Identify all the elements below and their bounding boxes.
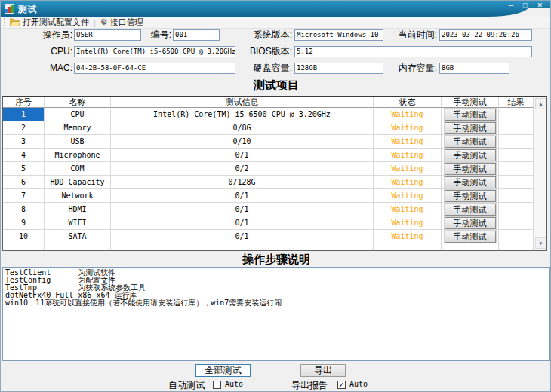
steps-text: TestClient 为测试软件 TestConfig 为配置文件 TestTm… <box>3 268 549 308</box>
table-row[interactable]: 3 USB 0/10 Waiting 手动测试 <box>3 135 534 149</box>
table-row[interactable]: 10 SATA 0/1 Waiting 手动测试 <box>3 230 534 243</box>
manual-test-button[interactable]: 手动测试 <box>445 231 496 243</box>
manual-test-button[interactable]: 手动测试 <box>445 163 496 175</box>
disk-label: 硬盘容量: <box>244 63 292 74</box>
time-field[interactable]: 2023-03-22 09:20:26 <box>439 29 532 41</box>
operator-field[interactable]: USER <box>74 29 141 41</box>
steps-textbox[interactable]: TestClient 为测试软件 TestConfig 为配置文件 TestTm… <box>2 267 550 361</box>
cell-no: 4 <box>3 149 45 162</box>
cell-name: USB <box>45 135 111 149</box>
open-folder-icon <box>10 18 20 26</box>
cell-name: Microphone <box>45 149 111 162</box>
cell-no: 2 <box>3 121 45 135</box>
cell-info: 0/1 <box>111 189 374 203</box>
cpu-field[interactable]: Intel(R) Core(TM) i5-6500 CPU @ 3.20GHz <box>74 46 235 57</box>
cell-status: Waiting <box>374 189 442 203</box>
cell-result <box>499 189 534 203</box>
test-all-button[interactable]: 全部测试 <box>195 364 251 377</box>
cell-no: 1 <box>3 108 45 121</box>
cell-status: Waiting <box>374 176 442 189</box>
toolbar-separator: | <box>94 18 96 27</box>
disk-field[interactable]: 128GB <box>294 63 383 74</box>
cell-no: 9 <box>3 216 45 230</box>
test-table-body: 1 CPU Intel(R) Core(TM) i5-6500 CPU @ 3.… <box>3 108 534 243</box>
cell-no: 6 <box>3 176 45 189</box>
close-button[interactable]: ✕ <box>537 2 543 9</box>
cell-result <box>499 203 534 216</box>
open-config-button[interactable]: 打开测试配置文件 <box>8 17 91 28</box>
cell-result <box>499 230 534 243</box>
cell-result <box>499 149 534 162</box>
cell-no: 3 <box>3 135 45 149</box>
table-row[interactable]: 1 CPU Intel(R) Core(TM) i5-6500 CPU @ 3.… <box>3 108 534 121</box>
export-report-label: 导出报告 <box>291 379 328 392</box>
manual-test-button[interactable]: 手动测试 <box>445 122 496 134</box>
cell-status: Waiting <box>374 135 442 149</box>
manual-test-button[interactable]: 手动测试 <box>445 176 496 188</box>
table-row[interactable]: 5 COM 0/2 Waiting 手动测试 <box>3 162 534 176</box>
open-config-label: 打开测试配置文件 <box>23 17 89 28</box>
minimize-button[interactable]: ─ <box>509 2 513 9</box>
manual-test-button[interactable]: 手动测试 <box>445 149 496 161</box>
number-field[interactable]: 001 <box>173 29 220 41</box>
cell-no: 8 <box>3 203 45 216</box>
os-label: 系统版本: <box>244 29 292 41</box>
table-row[interactable]: 9 WIFI 0/1 Waiting 手动测试 <box>3 216 534 230</box>
cpu-label: CPU: <box>16 46 72 57</box>
mac-field[interactable]: 04-2B-58-0F-64-CE <box>74 63 235 74</box>
cell-status: Waiting <box>374 149 442 162</box>
number-label: 编号: <box>141 29 171 41</box>
export-report-value: Auto <box>349 380 368 388</box>
column-header-name: 名称 <box>45 97 111 108</box>
cell-info: 0/1 <box>111 149 374 162</box>
cell-status: Waiting <box>374 162 442 176</box>
cell-status: Waiting <box>374 203 442 216</box>
manual-test-button[interactable]: 手动测试 <box>445 190 496 202</box>
column-header-manual: 手动测试 <box>442 97 499 108</box>
table-header-row: 序号 名称 测试信息 状态 手动测试 结果 <box>3 97 534 108</box>
column-header-status: 状态 <box>374 97 442 108</box>
table-row[interactable]: 8 HDMI 0/1 Waiting 手动测试 <box>3 203 534 216</box>
table-row[interactable]: 2 Memory 0/8G Waiting 手动测试 <box>3 121 534 135</box>
steps-section-title: 操作步骤说明 <box>1 253 551 267</box>
table-row[interactable]: 6 HDD Capacity 0/128G Waiting 手动测试 <box>3 176 534 189</box>
cell-result <box>499 135 534 149</box>
cell-info: 0/8G <box>111 121 374 135</box>
cell-name: Network <box>45 189 111 203</box>
auto-test-checkbox[interactable] <box>213 381 221 389</box>
interface-mgmt-label: 接口管理 <box>110 17 143 28</box>
scroll-up-icon[interactable]: ▲ <box>535 98 546 109</box>
cell-result <box>499 162 534 176</box>
cell-info: 0/1 <box>111 230 374 243</box>
cell-result <box>499 108 534 121</box>
bios-field[interactable]: 5.12 <box>294 46 532 57</box>
scroll-down-icon[interactable]: ▼ <box>535 237 546 249</box>
memory-field[interactable]: 8GB <box>439 63 509 74</box>
manual-test-button[interactable]: 手动测试 <box>445 217 496 229</box>
auto-test-value: Auto <box>225 380 243 388</box>
column-header-info: 测试信息 <box>111 97 374 108</box>
table-filler-row <box>3 243 534 251</box>
table-row[interactable]: 7 Network 0/1 Waiting 手动测试 <box>3 189 534 203</box>
table-scrollbar[interactable]: ▲ ▼ <box>534 97 546 250</box>
manual-test-button[interactable]: 手动测试 <box>445 204 496 216</box>
cell-info: 0/1 <box>111 203 374 216</box>
export-button[interactable]: 导出 <box>300 364 346 377</box>
interface-mgmt-button[interactable]: ⚙ 接口管理 <box>99 17 145 28</box>
titlebar-tab <box>1 1 529 17</box>
cell-info: Intel(R) Core(TM) i5-6500 CPU @ 3.20GHz <box>111 108 374 121</box>
manual-test-button[interactable]: 手动测试 <box>445 136 496 148</box>
os-field[interactable]: Microsoft Windows 10 专 <box>294 29 383 41</box>
cell-name: HDMI <box>45 203 111 216</box>
maximize-button[interactable]: □ <box>523 2 527 9</box>
cell-result <box>499 176 534 189</box>
cell-result <box>499 121 534 135</box>
table-row[interactable]: 4 Microphone 0/1 Waiting 手动测试 <box>3 149 534 162</box>
app-window: 测试 ─ □ ✕ 打开测试配置文件 | ⚙ 接口管理 操作员: USER 编号:… <box>0 0 551 392</box>
column-header-no: 序号 <box>3 97 45 108</box>
export-report-checkbox[interactable]: ✓ <box>337 381 346 389</box>
cell-info: 0/1 <box>111 216 374 230</box>
time-label: 当前时间: <box>388 29 437 41</box>
bios-label: BIOS版本: <box>244 46 292 57</box>
manual-test-button[interactable]: 手动测试 <box>445 109 496 121</box>
